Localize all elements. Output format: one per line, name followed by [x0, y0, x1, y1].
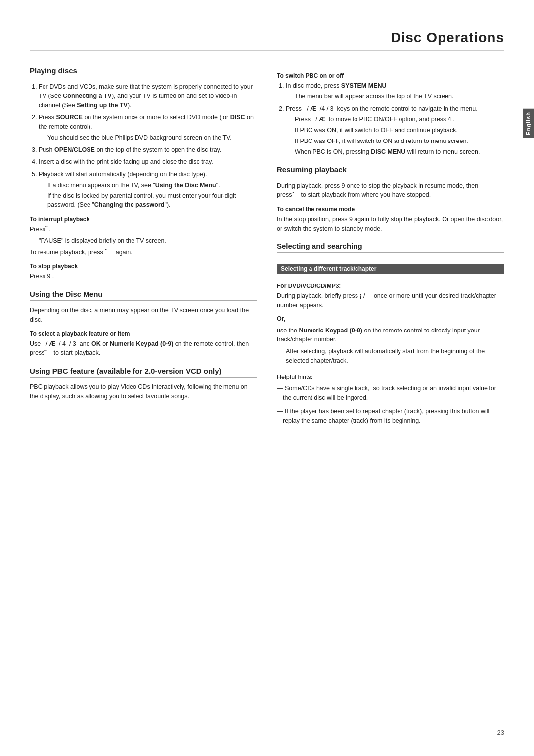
- page-number: 23: [497, 729, 504, 736]
- highlight-header-track: Selecting a different track/chapter: [277, 264, 504, 274]
- list-item: In disc mode, press SYSTEM MENU The menu…: [286, 81, 504, 101]
- section-header-playing-discs: Playing discs: [30, 66, 257, 77]
- list-item: Insert a disc with the print side facing…: [39, 157, 257, 167]
- bold-text: Setting up the TV: [77, 102, 128, 109]
- bold-text: Numeric Keypad (0-9): [299, 327, 362, 334]
- indent-text: Press / Æ to move to PBC ON/OFF option, …: [295, 115, 504, 124]
- bold-text: Æ: [319, 116, 325, 123]
- body-text: Use / Æ / 4 / 3 and OK or Numeric Keypad…: [30, 339, 257, 358]
- indent-text: When PBC is ON, pressing DISC MENU will …: [295, 147, 504, 157]
- bold-text: Numeric Keypad (0-9): [110, 340, 174, 347]
- body-text: In the stop position, press 9 again to f…: [277, 215, 504, 234]
- section-header-disc-menu: Using the Disc Menu: [30, 290, 257, 301]
- indent-text: After selecting, playback will automatic…: [286, 347, 504, 366]
- list-item: Playback will start automatically (depen…: [39, 170, 257, 210]
- body-text: To resume playback, press ˜ again.: [30, 248, 257, 257]
- list-item: For DVDs and VCDs, make sure that the sy…: [39, 82, 257, 110]
- body-text: During playback, press 9 once to stop th…: [277, 181, 504, 200]
- subsection-header-select-item: To select a playback feature or item: [30, 331, 257, 337]
- bold-text: SOURCE: [56, 114, 82, 121]
- list-item: Press SOURCE on the system once or more …: [39, 113, 257, 142]
- or-label: Or,: [277, 314, 504, 324]
- left-column: Playing discs For DVDs and VCDs, make su…: [30, 66, 257, 429]
- helpful-hints-label: Helpful hints:: [277, 373, 504, 382]
- indent-text: The menu bar will appear across the top …: [295, 92, 504, 101]
- indent-text: If the disc is locked by parental contro…: [47, 191, 257, 210]
- bold-text: Using the Disc Menu: [155, 182, 216, 189]
- indent-text: You should see the blue Philips DVD back…: [47, 133, 257, 142]
- indent-text: If PBC was OFF, it will switch to ON and…: [295, 137, 504, 146]
- bold-text: DISC: [230, 114, 245, 121]
- section-header-selecting: Selecting and searching: [277, 242, 504, 253]
- body-text: PBC playback allows you to play Video CD…: [30, 382, 257, 401]
- bold-text: Changing the password: [94, 201, 165, 208]
- body-text: Depending on the disc, a menu may appear…: [30, 306, 257, 325]
- playing-discs-list: For DVDs and VCDs, make sure that the sy…: [30, 82, 257, 210]
- indent-text: "PAUSE" is displayed briefly on the TV s…: [39, 236, 257, 246]
- bold-text: Æ: [49, 340, 56, 347]
- indent-text: If a disc menu appears on the TV, see "U…: [47, 181, 257, 190]
- list-item: Press / Æ /4 / 3 keys on the remote cont…: [286, 104, 504, 157]
- bold-text: Æ: [310, 105, 316, 112]
- bold-text: Connecting a TV: [63, 93, 112, 99]
- page-container: English Disc Operations Playing discs Fo…: [0, 0, 534, 756]
- body-text: use the Numeric Keypad (0-9) on the remo…: [277, 326, 504, 345]
- section-header-pbc: Using PBC feature (available for 2.0-ver…: [30, 367, 257, 378]
- body-text: During playback, briefly press ¡ / once …: [277, 291, 504, 310]
- subsection-header-interrupt: To interrupt playback: [30, 216, 257, 223]
- subsection-header-stop: To stop playback: [30, 263, 257, 270]
- section-header-resuming: Resuming playback: [277, 165, 504, 176]
- subsection-header-cancel-resume: To cancel the resume mode: [277, 206, 504, 213]
- body-text: Press˜ .: [30, 225, 257, 234]
- hint-item: — If the player has been set to repeat c…: [277, 407, 504, 425]
- english-tab: English: [523, 109, 534, 138]
- switch-pbc-list: In disc mode, press SYSTEM MENU The menu…: [277, 81, 504, 156]
- bold-text: OK: [91, 340, 101, 347]
- subsection-header-dvd-vcd: For DVD/VCD/CD/MP3:: [277, 283, 504, 289]
- bold-text: DISC MENU: [371, 148, 405, 155]
- bold-text: OPEN/CLOSE: [54, 146, 95, 153]
- hint-item: — Some/CDs have a single track, so track…: [277, 384, 504, 403]
- page-title: Disc Operations: [30, 30, 504, 51]
- indent-text: If PBC was ON, it will switch to OFF and…: [295, 126, 504, 135]
- right-column: To switch PBC on or off In disc mode, pr…: [277, 66, 504, 429]
- list-item: Push OPEN/CLOSE on the top of the system…: [39, 145, 257, 155]
- bold-text: SYSTEM MENU: [341, 82, 387, 89]
- content-columns: Playing discs For DVDs and VCDs, make su…: [30, 66, 504, 429]
- subsection-header-switch-pbc: To switch PBC on or off: [277, 72, 504, 79]
- body-text: Press 9 .: [30, 272, 257, 281]
